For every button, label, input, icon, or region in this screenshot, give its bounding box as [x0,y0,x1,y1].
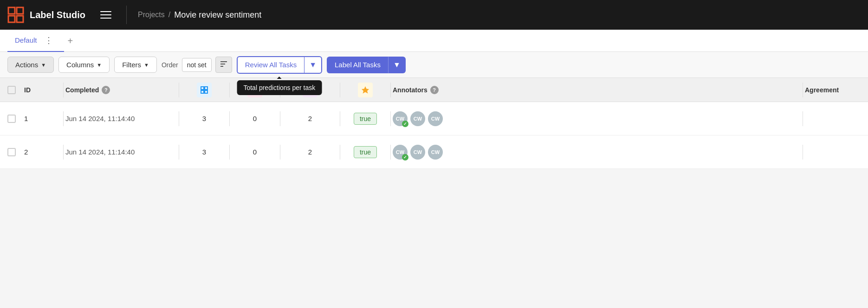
annotator-avatar: CW [428,145,443,160]
row-checkbox[interactable] [7,115,16,123]
order-area: Order not set [162,57,232,73]
col-sep-row-3 [229,111,230,126]
col-sep-2 [179,83,179,97]
annotator-avatar: CW [393,145,408,160]
col-sep-3 [229,83,230,97]
ground-truth-badge: true [354,146,377,158]
col-sep-row-5 [340,145,340,160]
col-sep-5 [340,83,340,97]
toolbar: Actions ▼ Columns ▼ Filters ▼ Order not … [0,52,868,78]
header: Label Studio Projects / Movie review sen… [0,0,868,30]
row-checkbox-cell [7,148,24,156]
order-value[interactable]: not set [182,58,212,72]
table-body: 1 Jun 14 2024, 11:14:40 3 0 2 true CWCWC… [0,102,868,169]
col-sep-row-3 [229,145,230,160]
annotator-avatar: CW [410,111,425,126]
breadcrumb-current: Movie review sentiment [174,10,261,20]
col-sep-row-1 [63,111,64,126]
row-cancelled: 0 [232,115,278,122]
review-arrow-part[interactable]: ▼ [304,56,322,74]
annotator-avatar: CW [410,145,425,160]
row-ground-truth: true [342,113,389,125]
col-sep-row-4 [280,111,280,126]
svg-rect-9 [201,90,204,93]
tab-default[interactable]: Default ⋮ [7,30,64,52]
row-annotations: 3 [181,115,227,122]
sort-icon [220,60,228,68]
th-id: ID [24,86,61,94]
row-annotations: 3 [181,148,227,156]
svg-rect-7 [201,87,204,90]
tooltip-container: Review All Tasks ▼ Total predictions per… [237,56,322,74]
annotator-avatar: CW [393,111,408,126]
ground-truth-icon [358,83,373,97]
review-main-part[interactable]: Review All Tasks [237,56,304,74]
actions-chevron-icon: ▼ [41,62,46,68]
filters-chevron-icon: ▼ [144,62,149,68]
row-checkbox-cell [7,115,24,123]
th-id-label: ID [24,86,31,94]
filters-label: Filters [122,61,141,69]
completed-help-icon[interactable]: ? [102,86,110,94]
tooltip-box: Total predictions per task [237,80,322,95]
col-sep-row-6 [390,145,391,160]
actions-label: Actions [15,61,38,69]
svg-rect-8 [205,87,207,90]
columns-label: Columns [66,61,94,69]
columns-button[interactable]: Columns ▼ [58,57,110,73]
svg-rect-2 [8,16,15,22]
tab-add-button[interactable]: + [64,34,77,47]
th-annotators: Annotators ? [393,86,801,94]
col-sep-row-7 [803,145,803,160]
row-ground-truth: true [342,146,389,158]
row-cancelled: 0 [232,148,278,156]
svg-rect-0 [8,7,15,14]
svg-marker-13 [362,86,369,94]
table-row: 1 Jun 14 2024, 11:14:40 3 0 2 true CWCWC… [0,102,868,135]
actions-button[interactable]: Actions ▼ [7,57,54,73]
row-annotators: CWCWCW [393,145,801,160]
th-agreement-label: Agreement [805,86,839,94]
th-annotators-label: Annotators [393,86,428,94]
row-id: 1 [24,115,61,122]
th-completed-label: Completed [65,86,99,94]
order-label: Order [162,61,178,69]
label-all-tasks-button[interactable]: Label All Tasks ▼ [327,57,406,73]
th-annotations [181,83,227,97]
table-header: ID Completed ? Annotators ? [0,78,868,102]
order-sort-button[interactable] [215,57,232,73]
tab-dots-button[interactable]: ⋮ [41,33,57,47]
row-completed: Jun 14 2024, 11:14:40 [65,148,177,156]
select-all-checkbox[interactable] [7,86,16,94]
ground-truth-badge: true [354,113,377,125]
table-row: 2 Jun 14 2024, 11:14:40 3 0 2 true CWCWC… [0,135,868,169]
logo-text: Label Studio [30,10,85,20]
th-agreement: Agreement [805,86,861,94]
label-arrow-part[interactable]: ▼ [388,57,406,73]
row-checkbox[interactable] [7,148,16,156]
row-id: 2 [24,148,61,156]
col-sep-row-4 [280,145,280,160]
col-sep-7 [803,83,803,97]
filters-button[interactable]: Filters ▼ [114,57,157,73]
columns-chevron-icon: ▼ [97,62,102,68]
svg-rect-3 [17,16,23,22]
tooltip-text: Total predictions per task [243,84,315,91]
review-all-tasks-button[interactable]: Review All Tasks ▼ [237,56,322,74]
col-sep-row-5 [340,111,340,126]
breadcrumb-projects-link[interactable]: Projects [138,11,165,19]
logo-icon [7,6,24,23]
tab-default-label: Default [15,36,37,44]
row-predictions: 2 [282,115,338,122]
svg-rect-10 [205,90,207,93]
row-predictions: 2 [282,148,338,156]
hamburger-button[interactable] [97,7,115,22]
annotators-help-icon[interactable]: ? [430,86,439,94]
header-divider [126,6,127,24]
annotator-avatar: CW [428,111,443,126]
col-sep-1 [63,83,64,97]
breadcrumb: Projects / Movie review sentiment [138,10,261,20]
th-completed: Completed ? [65,86,177,94]
label-main-part[interactable]: Label All Tasks [327,57,388,73]
th-ground-truth [342,83,389,97]
